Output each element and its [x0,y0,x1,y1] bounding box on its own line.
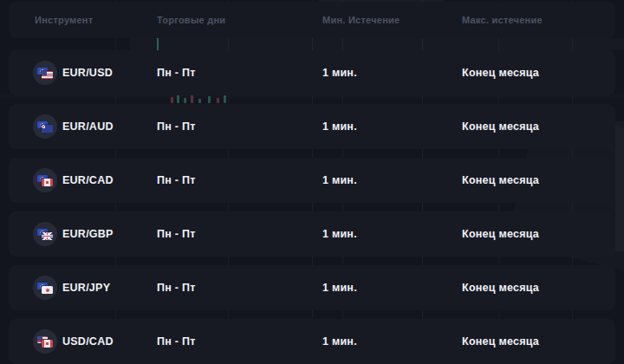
currency-pair-icon [33,276,57,300]
trading-days-value: Пн - Пт [157,120,322,133]
min-expiration-value: 1 мин. [322,67,462,79]
instrument-label: EUR/USD [62,67,113,79]
table-row: EUR/CAD Пн - Пт 1 мин. Конец месяца [9,158,615,203]
currency-pair-icon [33,61,57,85]
trading-days-value: Пн - Пт [157,228,322,240]
min-expiration-value: 1 мин. [322,335,462,348]
max-expiration-value: Конец месяца [462,228,615,240]
trading-days-value: Пн - Пт [157,282,322,294]
instrument-label: USD/CAD [62,335,114,348]
column-header-instrument: Инструмент [33,15,157,25]
currency-pair-icon [33,329,57,354]
trading-days-value: Пн - Пт [157,174,322,186]
column-header-min-expiration: Мин. Истечение [322,15,462,25]
quote-flag-icon [42,125,53,133]
currency-pair-icon [33,222,57,246]
quote-flag-icon [42,71,53,79]
instrument-label: EUR/GBP [62,228,114,240]
table-row: EUR/AUD Пн - Пт 1 мин. Конец месяца [9,104,615,149]
currency-pair-icon [33,168,57,192]
max-expiration-value: Конец месяца [462,120,615,133]
trading-days-value: Пн - Пт [157,67,322,79]
max-expiration-value: Конец месяца [462,282,615,294]
quote-flag-icon [42,340,53,348]
quote-flag-icon [42,179,53,186]
table-row: EUR/GBP Пн - Пт 1 мин. Конец месяца [9,211,615,257]
min-expiration-value: 1 мин. [322,174,462,186]
column-header-trading-days: Торговые дни [157,15,322,25]
table-header: Инструмент Торговые дни Мин. Истечение М… [9,2,615,38]
table-row: USD/CAD Пн - Пт 1 мин. Конец месяца [9,319,615,364]
min-expiration-value: 1 мин. [322,282,462,294]
instruments-table: Инструмент Торговые дни Мин. Истечение М… [0,0,624,364]
min-expiration-value: 1 мин. [322,228,462,240]
quote-flag-icon [42,232,53,240]
max-expiration-value: Конец месяца [462,67,615,79]
instrument-label: EUR/AUD [62,120,114,133]
instrument-label: EUR/CAD [62,174,114,186]
quote-flag-icon [42,286,53,294]
instrument-label: EUR/JPY [62,282,110,294]
currency-pair-icon [33,114,57,139]
max-expiration-value: Конец месяца [462,174,615,186]
column-header-max-expiration: Макс. истечение [462,15,615,25]
max-expiration-value: Конец месяца [462,335,615,348]
trading-days-value: Пн - Пт [157,335,322,348]
table-rows: EUR/USD Пн - Пт 1 мин. Конец месяца EUR/… [0,50,624,364]
min-expiration-value: 1 мин. [322,120,462,133]
table-row: EUR/USD Пн - Пт 1 мин. Конец месяца [9,50,615,95]
table-row: EUR/JPY Пн - Пт 1 мин. Конец месяца [9,265,615,310]
